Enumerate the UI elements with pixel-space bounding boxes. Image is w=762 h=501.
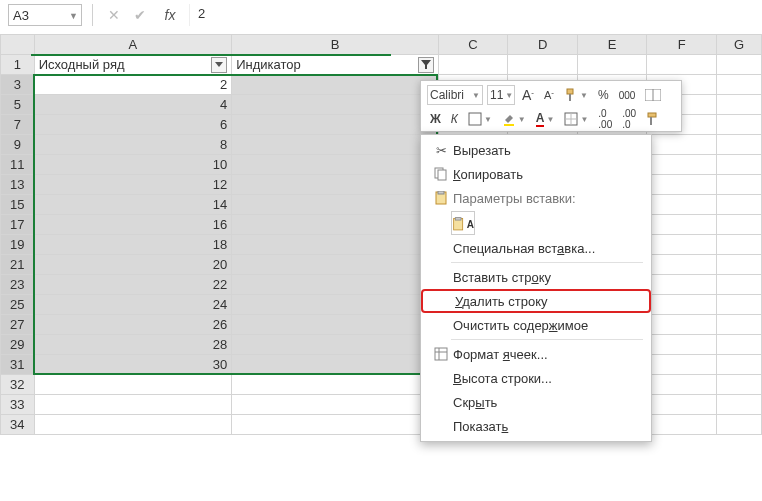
cell[interactable] [647, 415, 717, 435]
col-header-B[interactable]: B [232, 35, 439, 55]
cell[interactable] [717, 335, 762, 355]
cell[interactable]: 2 [232, 135, 439, 155]
row-header[interactable]: 7 [1, 115, 35, 135]
cell[interactable] [647, 295, 717, 315]
cell[interactable] [717, 275, 762, 295]
cell[interactable]: 16 [34, 215, 232, 235]
cell[interactable] [34, 415, 232, 435]
menu-format-cells[interactable]: Формат ячеек... Формат ячеек... [421, 342, 651, 366]
row-header[interactable]: 3 [1, 75, 35, 95]
cell[interactable] [717, 315, 762, 335]
row-header[interactable]: 17 [1, 215, 35, 235]
row-header[interactable]: 33 [1, 395, 35, 415]
row-header[interactable]: 13 [1, 175, 35, 195]
font-color-icon[interactable]: А▼ [533, 109, 558, 129]
cell[interactable] [647, 395, 717, 415]
cell[interactable] [717, 415, 762, 435]
format-painter-icon[interactable]: ▼ [561, 85, 591, 105]
cell[interactable]: 2 [232, 215, 439, 235]
row-header[interactable]: 32 [1, 375, 35, 395]
row-header[interactable]: 29 [1, 335, 35, 355]
cell[interactable] [577, 55, 647, 75]
cell[interactable] [717, 135, 762, 155]
name-box[interactable]: A3 ▼ [8, 4, 82, 26]
cell[interactable]: 2 [232, 155, 439, 175]
row-header[interactable]: 15 [1, 195, 35, 215]
cell[interactable] [647, 315, 717, 335]
cell[interactable] [647, 275, 717, 295]
cell[interactable]: 12 [34, 175, 232, 195]
cell[interactable] [717, 95, 762, 115]
cell[interactable] [717, 375, 762, 395]
cell[interactable]: 2 [232, 295, 439, 315]
menu-delete-row[interactable]: Удалить строку Удалить строку [421, 289, 651, 313]
cell[interactable]: 8 [34, 135, 232, 155]
menu-hide[interactable]: Скрыть Скрыть [421, 390, 651, 414]
col-header-E[interactable]: E [577, 35, 647, 55]
cell[interactable]: 14 [34, 195, 232, 215]
cell[interactable] [647, 175, 717, 195]
cell[interactable]: 26 [34, 315, 232, 335]
cell[interactable]: 28 [34, 335, 232, 355]
cell[interactable] [717, 175, 762, 195]
cell[interactable]: 2 [232, 175, 439, 195]
select-all-corner[interactable] [1, 35, 35, 55]
fx-icon[interactable]: fx [159, 4, 181, 26]
cell[interactable]: 2 [232, 75, 439, 95]
row-header[interactable]: 19 [1, 235, 35, 255]
row-header[interactable]: 31 [1, 355, 35, 375]
cell[interactable] [717, 235, 762, 255]
cell[interactable] [717, 295, 762, 315]
cell[interactable] [647, 355, 717, 375]
formula-bar-input[interactable]: 2 [189, 4, 754, 26]
cancel-formula-icon[interactable]: ✕ [103, 4, 125, 26]
bold-button[interactable]: Ж [427, 109, 444, 129]
filter-active-icon[interactable] [418, 57, 434, 73]
cell[interactable]: 6 [34, 115, 232, 135]
cell[interactable] [508, 55, 578, 75]
row-header[interactable]: 27 [1, 315, 35, 335]
chevron-down-icon[interactable]: ▼ [69, 11, 77, 19]
cell[interactable]: Индикатор [232, 55, 439, 75]
cell[interactable] [647, 135, 717, 155]
cell[interactable]: 18 [34, 235, 232, 255]
cell[interactable] [647, 255, 717, 275]
menu-paste-special[interactable]: Специальная вставка... Специальная встав… [421, 236, 651, 260]
cell[interactable] [647, 155, 717, 175]
cell[interactable] [717, 195, 762, 215]
comma-style-button[interactable]: 000 [616, 85, 639, 105]
cell[interactable] [717, 255, 762, 275]
cell[interactable]: 2 [232, 315, 439, 335]
borders-grid-icon[interactable]: ▼ [561, 109, 591, 129]
font-family-select[interactable]: Calibri▼ [427, 85, 483, 105]
cell[interactable]: Исходный ряд [34, 55, 232, 75]
cell[interactable]: 4 [34, 95, 232, 115]
cell[interactable]: 24 [34, 295, 232, 315]
row-header[interactable]: 21 [1, 255, 35, 275]
fill-color-icon[interactable]: ▼ [499, 109, 529, 129]
row-header[interactable]: 23 [1, 275, 35, 295]
cell[interactable] [717, 75, 762, 95]
cell[interactable] [717, 55, 762, 75]
font-size-select[interactable]: 11▼ [487, 85, 515, 105]
cell[interactable]: 2 [232, 335, 439, 355]
cell[interactable] [34, 375, 232, 395]
cell[interactable] [232, 395, 439, 415]
cell[interactable]: 2 [232, 195, 439, 215]
cell[interactable]: 20 [34, 255, 232, 275]
menu-paste-option-a[interactable]: A [421, 210, 651, 236]
cell[interactable]: 2 [232, 235, 439, 255]
cell[interactable] [717, 395, 762, 415]
cell[interactable]: 2 [232, 115, 439, 135]
menu-insert-row[interactable]: Вставить строку Вставить строку [421, 265, 651, 289]
cell[interactable] [438, 55, 508, 75]
filter-dropdown-icon[interactable] [211, 57, 227, 73]
percent-style-button[interactable]: % [595, 85, 612, 105]
row-header[interactable]: 34 [1, 415, 35, 435]
cell[interactable]: 30 [34, 355, 232, 375]
accept-formula-icon[interactable]: ✔ [129, 4, 151, 26]
cell[interactable] [717, 215, 762, 235]
cell[interactable] [647, 235, 717, 255]
merge-cells-icon[interactable] [642, 85, 664, 105]
cell[interactable] [717, 155, 762, 175]
